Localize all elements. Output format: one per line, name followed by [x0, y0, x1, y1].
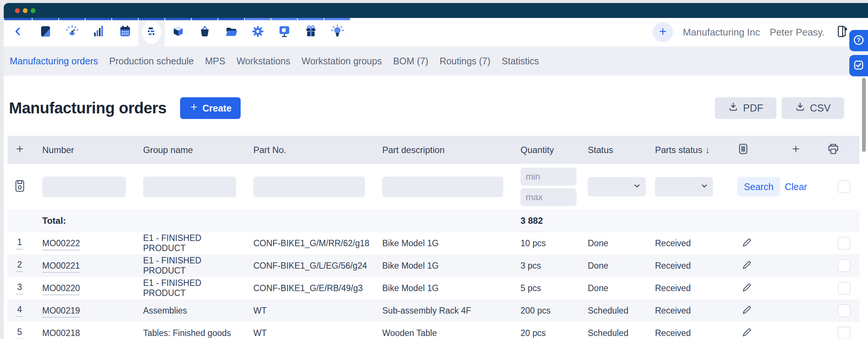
- column-header-part-description[interactable]: Part description: [372, 145, 510, 155]
- search-button[interactable]: Search: [737, 177, 780, 196]
- column-settings-button[interactable]: [727, 143, 775, 157]
- nav-tab[interactable]: Routings (7): [439, 56, 490, 67]
- company-name[interactable]: Manufacturing Inc: [683, 27, 760, 38]
- zoom-window-button[interactable]: [31, 8, 35, 13]
- row-checkbox[interactable]: [838, 237, 850, 250]
- row-checkbox[interactable]: [838, 259, 850, 272]
- quick-add-button[interactable]: [653, 22, 673, 42]
- toolbar-tab-cube[interactable]: [165, 18, 191, 46]
- part-description-filter-input[interactable]: [382, 177, 503, 197]
- toolbar-tab-gear[interactable]: [244, 18, 271, 46]
- select-all-checkbox[interactable]: [838, 180, 850, 193]
- row-checkbox[interactable]: [838, 327, 850, 339]
- chevron-down-icon: [633, 182, 641, 192]
- row-checkbox[interactable]: [838, 282, 850, 294]
- parts-status-cell: Received: [645, 238, 727, 248]
- close-window-button[interactable]: [15, 8, 20, 13]
- nav-tab[interactable]: Manufacturing orders: [10, 56, 98, 67]
- total-quantity: 3 882: [510, 216, 577, 226]
- help-button[interactable]: ?: [849, 30, 868, 51]
- column-header-number[interactable]: Number: [32, 145, 133, 155]
- module-tabs: [4, 18, 350, 46]
- edit-row-button[interactable]: [727, 237, 752, 250]
- toolbar-tab-lightbulb[interactable]: [324, 18, 350, 46]
- columns-icon: [737, 143, 749, 157]
- parts-status-cell: Received: [645, 306, 727, 316]
- row-index-link[interactable]: 5: [16, 327, 23, 339]
- toolbar-tab-folder[interactable]: [218, 18, 244, 46]
- tasks-button[interactable]: [849, 55, 868, 76]
- lightbulb-icon: [331, 25, 344, 40]
- column-header-status[interactable]: Status: [577, 145, 645, 155]
- number-filter-input[interactable]: [42, 177, 126, 197]
- toolbar-tab-back[interactable]: [4, 18, 32, 46]
- expand-columns-button[interactable]: [7, 143, 32, 157]
- plus-icon: [189, 102, 199, 114]
- edit-row-button[interactable]: [727, 305, 752, 317]
- print-button[interactable]: [816, 143, 859, 158]
- user-name[interactable]: Peter Peasy.: [770, 27, 825, 38]
- table-row: 3 MO00220 E1 - FINISHED PRODUCT CONF-BIK…: [7, 277, 859, 299]
- nav-tab[interactable]: Statistics: [502, 56, 539, 67]
- nav-tab[interactable]: Workstation groups: [302, 56, 382, 67]
- toolbar-tab-basket[interactable]: [191, 18, 218, 46]
- nav-tab-label: Routings (7): [439, 56, 490, 66]
- nav-tab[interactable]: BOM (7): [393, 56, 428, 67]
- vertical-scrollbar-thumb[interactable]: [862, 78, 866, 152]
- clear-button[interactable]: Clear: [785, 181, 807, 192]
- order-number-link[interactable]: MO00219: [42, 306, 80, 318]
- quantity-min-input[interactable]: [521, 168, 577, 186]
- toolbar-tab-presentation[interactable]: [271, 18, 297, 46]
- nav-tab[interactable]: MPS: [205, 56, 225, 67]
- row-index-link[interactable]: 2: [16, 260, 23, 272]
- order-number-link[interactable]: MO00221: [42, 261, 80, 273]
- row-index-link[interactable]: 1: [16, 237, 23, 250]
- save-icon: [13, 180, 26, 194]
- quantity-max-input[interactable]: [521, 188, 577, 206]
- create-button[interactable]: Create: [180, 97, 241, 119]
- page-header: Manufacturing orders Create PDF CSV: [4, 76, 868, 124]
- order-number-link[interactable]: MO00218: [42, 328, 80, 339]
- parts-status-filter-select[interactable]: [655, 177, 713, 196]
- part-description-cell: Wooden Table: [372, 328, 510, 338]
- order-number-link[interactable]: MO00220: [42, 283, 80, 295]
- column-header-quantity[interactable]: Quantity: [510, 145, 577, 155]
- column-header-part-no[interactable]: Part No.: [243, 145, 372, 155]
- select-all-cell: [816, 180, 859, 193]
- save-filter-button[interactable]: [7, 180, 32, 194]
- part-no-filter-input[interactable]: [253, 177, 365, 197]
- toolbar-tab-gift[interactable]: [297, 18, 324, 46]
- minimize-window-button[interactable]: [23, 8, 28, 13]
- nav-tab-label: Statistics: [502, 56, 539, 66]
- nav-tab[interactable]: Workstations: [237, 56, 290, 67]
- row-index-link[interactable]: 4: [16, 305, 23, 317]
- toolbar-tab-gantt-selected[interactable]: [138, 18, 165, 46]
- edit-row-button[interactable]: [727, 327, 752, 339]
- nav-tab[interactable]: Production schedule: [109, 56, 194, 67]
- group-name-cell: E1 - FINISHED PRODUCT: [133, 278, 243, 298]
- order-number-link[interactable]: MO00222: [42, 238, 80, 250]
- chevron-left-icon: [12, 25, 24, 39]
- toolbar-tab-bar-chart[interactable]: [85, 18, 112, 46]
- group-name-filter-input[interactable]: [143, 177, 236, 197]
- status-cell: Done: [577, 238, 645, 248]
- status-filter-select[interactable]: [588, 177, 646, 196]
- toolbar-tab-gauge[interactable]: [59, 18, 85, 46]
- parts-status-cell: Received: [645, 328, 727, 338]
- column-header-group-name[interactable]: Group name: [133, 145, 243, 155]
- row-checkbox[interactable]: [838, 304, 850, 317]
- pdf-export-button[interactable]: PDF: [715, 97, 776, 119]
- add-column-button[interactable]: [775, 143, 816, 157]
- edit-row-button[interactable]: [727, 260, 752, 272]
- row-index-link[interactable]: 3: [16, 282, 23, 294]
- toolbar-tab-calendar[interactable]: [112, 18, 138, 46]
- table-row: 5 MO00218 Tables: Finished goods WT Wood…: [7, 322, 859, 339]
- plus-icon: [14, 143, 25, 157]
- toolbar-tab-notebook[interactable]: [32, 18, 59, 46]
- parts-status-cell: Received: [645, 283, 727, 293]
- table-row: 2 MO00221 E1 - FINISHED PRODUCT CONF-BIK…: [7, 254, 859, 277]
- edit-row-button[interactable]: [727, 282, 752, 294]
- logout-button[interactable]: [834, 24, 849, 40]
- csv-export-button[interactable]: CSV: [782, 97, 844, 119]
- column-header-parts-status[interactable]: Parts status↓: [645, 145, 727, 155]
